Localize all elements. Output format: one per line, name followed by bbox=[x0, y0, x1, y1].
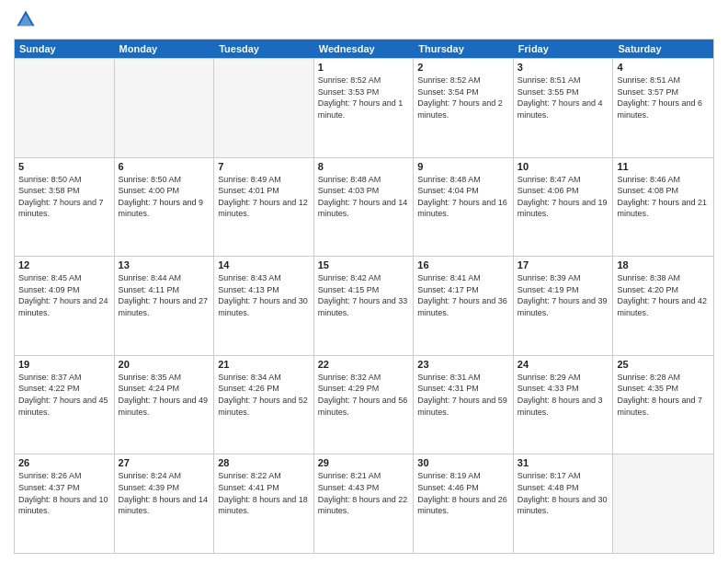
calendar-cell: 13Sunrise: 8:44 AM Sunset: 4:11 PM Dayli… bbox=[115, 257, 215, 355]
calendar-cell: 16Sunrise: 8:41 AM Sunset: 4:17 PM Dayli… bbox=[414, 257, 514, 355]
day-info: Sunrise: 8:19 AM Sunset: 4:46 PM Dayligh… bbox=[417, 470, 509, 516]
calendar-cell: 28Sunrise: 8:22 AM Sunset: 4:41 PM Dayli… bbox=[214, 454, 314, 553]
day-info: Sunrise: 8:31 AM Sunset: 4:31 PM Dayligh… bbox=[417, 372, 509, 418]
calendar-cell: 12Sunrise: 8:45 AM Sunset: 4:09 PM Dayli… bbox=[15, 257, 115, 355]
day-number: 16 bbox=[417, 259, 509, 270]
day-number: 9 bbox=[417, 161, 509, 172]
day-info: Sunrise: 8:52 AM Sunset: 3:54 PM Dayligh… bbox=[417, 75, 509, 121]
day-number: 23 bbox=[417, 359, 509, 370]
calendar-cell: 17Sunrise: 8:39 AM Sunset: 4:19 PM Dayli… bbox=[514, 257, 614, 355]
weekday-header: Sunday bbox=[15, 40, 115, 58]
day-info: Sunrise: 8:21 AM Sunset: 4:43 PM Dayligh… bbox=[318, 470, 410, 516]
day-number: 24 bbox=[518, 359, 609, 370]
day-info: Sunrise: 8:50 AM Sunset: 3:58 PM Dayligh… bbox=[18, 174, 110, 220]
calendar-cell: 31Sunrise: 8:17 AM Sunset: 4:48 PM Dayli… bbox=[514, 454, 614, 553]
day-info: Sunrise: 8:24 AM Sunset: 4:39 PM Dayligh… bbox=[119, 470, 210, 516]
day-number: 20 bbox=[119, 359, 210, 370]
day-number: 27 bbox=[119, 457, 210, 468]
calendar-cell: 22Sunrise: 8:32 AM Sunset: 4:29 PM Dayli… bbox=[314, 356, 415, 454]
day-number: 6 bbox=[119, 161, 210, 172]
day-info: Sunrise: 8:32 AM Sunset: 4:29 PM Dayligh… bbox=[318, 372, 410, 418]
day-info: Sunrise: 8:34 AM Sunset: 4:26 PM Dayligh… bbox=[218, 372, 310, 418]
header bbox=[14, 9, 714, 33]
calendar-cell: 5Sunrise: 8:50 AM Sunset: 3:58 PM Daylig… bbox=[15, 158, 115, 257]
calendar-cell bbox=[214, 59, 314, 157]
weekday-header: Monday bbox=[115, 40, 215, 58]
calendar-cell: 29Sunrise: 8:21 AM Sunset: 4:43 PM Dayli… bbox=[314, 454, 415, 553]
day-number: 3 bbox=[518, 62, 609, 73]
calendar-cell: 10Sunrise: 8:47 AM Sunset: 4:06 PM Dayli… bbox=[514, 158, 614, 257]
calendar-cell: 8Sunrise: 8:48 AM Sunset: 4:03 PM Daylig… bbox=[314, 158, 415, 257]
calendar-cell bbox=[115, 59, 215, 157]
day-info: Sunrise: 8:52 AM Sunset: 3:53 PM Dayligh… bbox=[318, 75, 410, 121]
calendar-cell bbox=[613, 454, 713, 553]
day-info: Sunrise: 8:44 AM Sunset: 4:11 PM Dayligh… bbox=[119, 272, 210, 318]
calendar-cell bbox=[15, 59, 115, 157]
calendar-cell: 26Sunrise: 8:26 AM Sunset: 4:37 PM Dayli… bbox=[15, 454, 115, 553]
day-info: Sunrise: 8:35 AM Sunset: 4:24 PM Dayligh… bbox=[119, 372, 210, 418]
day-info: Sunrise: 8:39 AM Sunset: 4:19 PM Dayligh… bbox=[518, 272, 609, 318]
calendar-row: 5Sunrise: 8:50 AM Sunset: 3:58 PM Daylig… bbox=[15, 157, 713, 257]
calendar-cell: 19Sunrise: 8:37 AM Sunset: 4:22 PM Dayli… bbox=[15, 356, 115, 454]
day-info: Sunrise: 8:48 AM Sunset: 4:04 PM Dayligh… bbox=[417, 174, 509, 220]
day-number: 14 bbox=[218, 259, 310, 270]
day-info: Sunrise: 8:45 AM Sunset: 4:09 PM Dayligh… bbox=[18, 272, 110, 318]
weekday-header: Tuesday bbox=[214, 40, 314, 58]
calendar-cell: 21Sunrise: 8:34 AM Sunset: 4:26 PM Dayli… bbox=[214, 356, 314, 454]
day-info: Sunrise: 8:49 AM Sunset: 4:01 PM Dayligh… bbox=[218, 174, 310, 220]
calendar-row: 26Sunrise: 8:26 AM Sunset: 4:37 PM Dayli… bbox=[15, 454, 713, 553]
calendar-row: 1Sunrise: 8:52 AM Sunset: 3:53 PM Daylig… bbox=[15, 58, 713, 157]
day-number: 18 bbox=[617, 259, 710, 270]
calendar-cell: 3Sunrise: 8:51 AM Sunset: 3:55 PM Daylig… bbox=[514, 59, 614, 157]
calendar-cell: 1Sunrise: 8:52 AM Sunset: 3:53 PM Daylig… bbox=[314, 59, 415, 157]
day-number: 13 bbox=[119, 259, 210, 270]
day-info: Sunrise: 8:42 AM Sunset: 4:15 PM Dayligh… bbox=[318, 272, 410, 318]
calendar-cell: 9Sunrise: 8:48 AM Sunset: 4:04 PM Daylig… bbox=[414, 158, 514, 257]
calendar-cell: 20Sunrise: 8:35 AM Sunset: 4:24 PM Dayli… bbox=[115, 356, 215, 454]
day-number: 2 bbox=[417, 62, 509, 73]
calendar-cell: 11Sunrise: 8:46 AM Sunset: 4:08 PM Dayli… bbox=[613, 158, 713, 257]
calendar-cell: 4Sunrise: 8:51 AM Sunset: 3:57 PM Daylig… bbox=[613, 59, 713, 157]
calendar-header: SundayMondayTuesdayWednesdayThursdayFrid… bbox=[15, 40, 713, 58]
day-number: 28 bbox=[218, 457, 310, 468]
day-number: 10 bbox=[518, 161, 609, 172]
day-number: 31 bbox=[518, 457, 609, 468]
day-number: 8 bbox=[318, 161, 410, 172]
calendar-cell: 24Sunrise: 8:29 AM Sunset: 4:33 PM Dayli… bbox=[514, 356, 614, 454]
weekday-header: Thursday bbox=[414, 40, 514, 58]
calendar-cell: 30Sunrise: 8:19 AM Sunset: 4:46 PM Dayli… bbox=[414, 454, 514, 553]
day-info: Sunrise: 8:37 AM Sunset: 4:22 PM Dayligh… bbox=[18, 372, 110, 418]
calendar-cell: 25Sunrise: 8:28 AM Sunset: 4:35 PM Dayli… bbox=[613, 356, 713, 454]
day-info: Sunrise: 8:51 AM Sunset: 3:55 PM Dayligh… bbox=[518, 75, 609, 121]
day-info: Sunrise: 8:43 AM Sunset: 4:13 PM Dayligh… bbox=[218, 272, 310, 318]
day-info: Sunrise: 8:28 AM Sunset: 4:35 PM Dayligh… bbox=[617, 372, 710, 418]
day-number: 21 bbox=[218, 359, 310, 370]
calendar-cell: 23Sunrise: 8:31 AM Sunset: 4:31 PM Dayli… bbox=[414, 356, 514, 454]
day-info: Sunrise: 8:50 AM Sunset: 4:00 PM Dayligh… bbox=[119, 174, 210, 220]
day-info: Sunrise: 8:41 AM Sunset: 4:17 PM Dayligh… bbox=[417, 272, 509, 318]
calendar-body: 1Sunrise: 8:52 AM Sunset: 3:53 PM Daylig… bbox=[15, 58, 713, 553]
day-number: 12 bbox=[18, 259, 110, 270]
day-number: 29 bbox=[318, 457, 410, 468]
weekday-header: Wednesday bbox=[314, 40, 415, 58]
weekday-header: Friday bbox=[514, 40, 614, 58]
day-info: Sunrise: 8:51 AM Sunset: 3:57 PM Dayligh… bbox=[617, 75, 710, 121]
calendar-cell: 27Sunrise: 8:24 AM Sunset: 4:39 PM Dayli… bbox=[115, 454, 215, 553]
day-number: 1 bbox=[318, 62, 410, 73]
logo-icon bbox=[16, 9, 36, 29]
day-number: 19 bbox=[18, 359, 110, 370]
day-number: 4 bbox=[617, 62, 710, 73]
day-number: 15 bbox=[318, 259, 410, 270]
day-info: Sunrise: 8:22 AM Sunset: 4:41 PM Dayligh… bbox=[218, 470, 310, 516]
weekday-header: Saturday bbox=[613, 40, 713, 58]
calendar-row: 12Sunrise: 8:45 AM Sunset: 4:09 PM Dayli… bbox=[15, 256, 713, 355]
day-number: 26 bbox=[18, 457, 110, 468]
day-number: 11 bbox=[617, 161, 710, 172]
calendar-cell: 6Sunrise: 8:50 AM Sunset: 4:00 PM Daylig… bbox=[115, 158, 215, 257]
calendar-cell: 2Sunrise: 8:52 AM Sunset: 3:54 PM Daylig… bbox=[414, 59, 514, 157]
day-number: 17 bbox=[518, 259, 609, 270]
day-info: Sunrise: 8:47 AM Sunset: 4:06 PM Dayligh… bbox=[518, 174, 609, 220]
page: SundayMondayTuesdayWednesdayThursdayFrid… bbox=[0, 0, 728, 563]
day-info: Sunrise: 8:29 AM Sunset: 4:33 PM Dayligh… bbox=[518, 372, 609, 418]
calendar-cell: 15Sunrise: 8:42 AM Sunset: 4:15 PM Dayli… bbox=[314, 257, 415, 355]
